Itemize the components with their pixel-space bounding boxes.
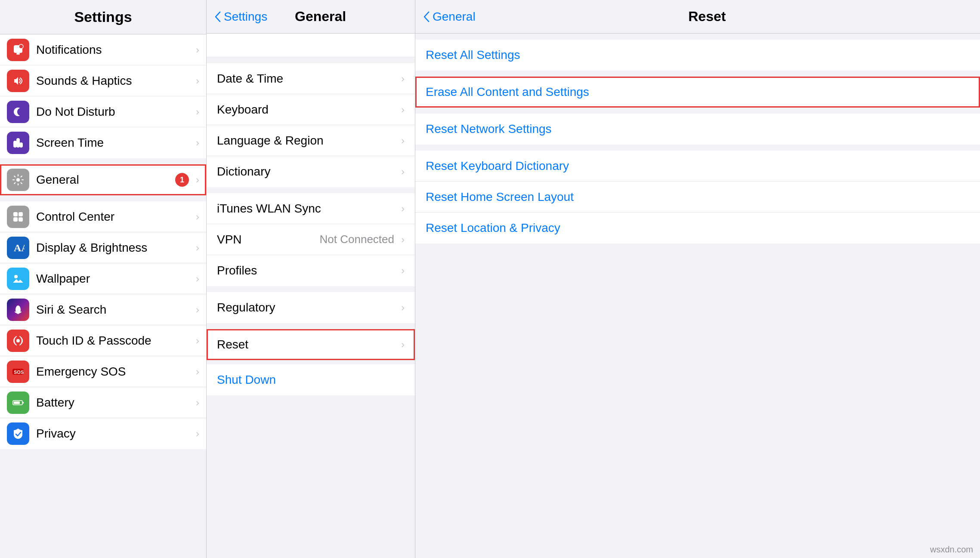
middle-item-vpn[interactable]: VPN Not Connected › — [207, 224, 415, 255]
touchid-content: Touch ID & Passcode › — [36, 334, 199, 348]
middle-item-keyboard[interactable]: Keyboard › — [207, 94, 415, 125]
middle-item-itunes[interactable]: iTunes WLAN Sync › — [207, 193, 415, 224]
back-to-general[interactable]: General — [422, 10, 476, 24]
cc-label: Control Center — [36, 210, 192, 224]
resetnetwork-label: Reset Network Settings — [426, 122, 552, 136]
middle-nav: Settings General — [213, 9, 408, 25]
left-title: Settings — [74, 9, 132, 25]
display-icon: AA — [7, 237, 29, 259]
dnd-chevron: › — [196, 106, 199, 118]
right-item-eraseall[interactable]: Erase All Content and Settings — [415, 77, 980, 108]
sidebar-item-siri[interactable]: Siri & Search › — [0, 294, 206, 325]
middle-list: Date & Time › Keyboard › Language & Regi… — [207, 34, 415, 558]
middle-item-profiles[interactable]: Profiles › — [207, 255, 415, 286]
sounds-label: Sounds & Haptics — [36, 74, 192, 88]
privacy-content: Privacy › — [36, 427, 199, 441]
touchid-chevron: › — [196, 335, 199, 347]
resetall-label: Reset All Settings — [426, 48, 520, 62]
siri-content: Siri & Search › — [36, 303, 199, 317]
dnd-content: Do Not Disturb › — [36, 105, 199, 119]
sidebar-item-display[interactable]: AA Display & Brightness › — [0, 232, 206, 263]
itunes-chevron: › — [401, 203, 405, 215]
right-header: General Reset — [415, 0, 980, 34]
notifications-label: Notifications — [36, 43, 192, 57]
notifications-icon — [7, 39, 29, 61]
battery-icon — [7, 392, 29, 414]
sidebar-item-wallpaper[interactable]: Wallpaper › — [0, 263, 206, 294]
sidebar-item-battery[interactable]: Battery › — [0, 387, 206, 418]
middle-item-datetime[interactable]: Date & Time › — [207, 63, 415, 94]
reset-chevron: › — [401, 339, 405, 351]
middle-spacer-1 — [207, 57, 415, 63]
svg-point-6 — [16, 178, 20, 182]
sidebar-item-screentime[interactable]: Screen Time › — [0, 127, 206, 158]
sidebar-item-touchid[interactable]: Touch ID & Passcode › — [0, 325, 206, 356]
language-chevron: › — [401, 135, 405, 147]
vpn-chevron: › — [401, 234, 405, 246]
middle-title: General — [267, 9, 374, 25]
siri-chevron: › — [196, 304, 199, 316]
profiles-label: Profiles — [217, 264, 398, 277]
middle-item-shutdown[interactable]: Shut Down — [207, 364, 415, 395]
sidebar-item-sounds[interactable]: Sounds & Haptics › — [0, 65, 206, 96]
right-item-resetlocation[interactable]: Reset Location & Privacy — [415, 213, 980, 244]
right-column: General Reset Reset All Settings Erase A… — [415, 0, 980, 558]
right-nav: General Reset — [422, 9, 973, 25]
regulatory-chevron: › — [401, 302, 405, 314]
settings-list: Notifications › Sounds & Haptics › Do — [0, 34, 206, 558]
sidebar-item-emergencysos[interactable]: SOS Emergency SOS › — [0, 356, 206, 387]
svg-rect-9 — [13, 217, 18, 222]
settings-group-2: General 1 › — [0, 164, 206, 195]
middle-item-reset[interactable]: Reset › — [207, 329, 415, 360]
language-label: Language & Region — [217, 134, 398, 148]
privacy-label: Privacy — [36, 427, 192, 441]
wallpaper-label: Wallpaper — [36, 272, 192, 286]
middle-spacer-4 — [207, 323, 415, 329]
privacy-icon — [7, 422, 29, 445]
sidebar-item-general[interactable]: General 1 › — [0, 164, 206, 195]
touchid-label: Touch ID & Passcode — [36, 334, 192, 348]
sos-icon: SOS — [7, 361, 29, 383]
middle-group-6: Shut Down — [207, 364, 415, 395]
svg-rect-3 — [16, 138, 20, 148]
resetkeyboard-label: Reset Keyboard Dictionary — [426, 159, 569, 173]
touchid-icon — [7, 330, 29, 352]
middle-spacer-2 — [207, 187, 415, 193]
spacer-1 — [0, 158, 206, 164]
back-to-settings[interactable]: Settings — [213, 10, 267, 24]
spacer-2 — [0, 195, 206, 201]
right-item-resethomescreen[interactable]: Reset Home Screen Layout — [415, 182, 980, 213]
cc-content: Control Center › — [36, 210, 199, 224]
sidebar-item-controlcenter[interactable]: Control Center › — [0, 201, 206, 232]
profiles-chevron: › — [401, 265, 405, 277]
sos-chevron: › — [196, 366, 199, 378]
settings-group-3: Control Center › AA Display & Brightness… — [0, 201, 206, 449]
sidebar-item-privacy[interactable]: Privacy › — [0, 418, 206, 449]
right-item-resetkeyboard[interactable]: Reset Keyboard Dictionary — [415, 151, 980, 182]
wallpaper-content: Wallpaper › — [36, 272, 199, 286]
regulatory-label: Regulatory — [217, 301, 398, 314]
svg-text:AA: AA — [14, 242, 25, 253]
datetime-label: Date & Time — [217, 72, 398, 86]
general-icon — [7, 169, 29, 191]
right-item-resetall[interactable]: Reset All Settings — [415, 40, 980, 71]
shutdown-label: Shut Down — [217, 373, 405, 387]
sidebar-item-donotdisturb[interactable]: Do Not Disturb › — [0, 96, 206, 127]
sidebar-item-notifications[interactable]: Notifications › — [0, 34, 206, 65]
partial-item — [207, 34, 415, 57]
middle-item-dictionary[interactable]: Dictionary › — [207, 156, 415, 187]
screentime-chevron: › — [196, 137, 199, 149]
siri-label: Siri & Search — [36, 303, 192, 317]
svg-rect-10 — [19, 217, 23, 222]
middle-item-regulatory[interactable]: Regulatory › — [207, 292, 415, 323]
svg-rect-19 — [22, 402, 24, 404]
svg-point-2 — [19, 44, 23, 49]
middle-item-language[interactable]: Language & Region › — [207, 125, 415, 156]
sos-content: Emergency SOS › — [36, 365, 199, 379]
general-content: General 1 › — [36, 173, 199, 187]
right-list: Reset All Settings Erase All Content and… — [415, 34, 980, 558]
notifications-chevron: › — [196, 44, 199, 56]
svg-text:SOS: SOS — [14, 370, 24, 375]
right-item-resetnetwork[interactable]: Reset Network Settings — [415, 114, 980, 145]
wallpaper-chevron: › — [196, 273, 199, 285]
